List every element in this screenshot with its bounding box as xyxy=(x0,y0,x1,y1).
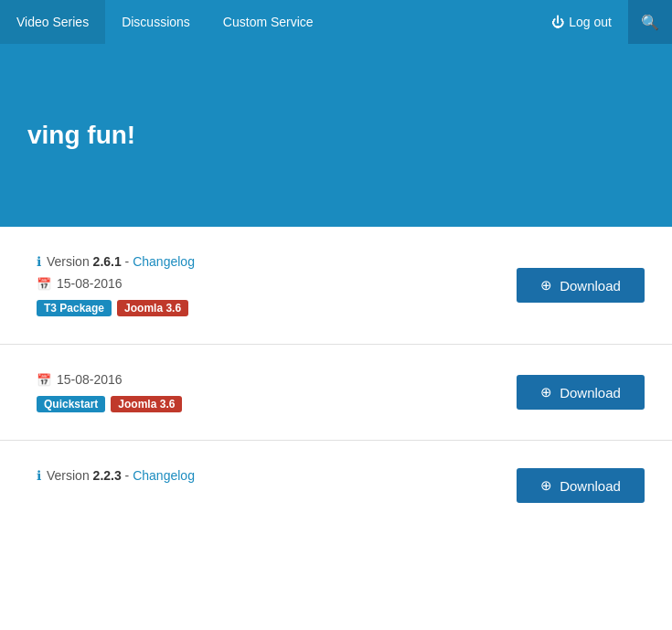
version-text-1: Version 2.6.1 - Changelog xyxy=(47,254,195,269)
calendar-icon-2: 📅 xyxy=(37,373,51,387)
download-label-2: Download xyxy=(560,385,621,400)
download-info-3: ℹ Version 2.2.3 - Changelog xyxy=(37,468,517,490)
hero-text: ving fun! xyxy=(27,121,135,150)
tag-t3-package: T3 Package xyxy=(37,300,112,316)
download-info-2: 📅 15-08-2016 Quickstart Joomla 3.6 xyxy=(37,372,517,412)
download-circle-icon-3: ⊕ xyxy=(540,477,552,494)
version-line-1: ℹ Version 2.6.1 - Changelog xyxy=(37,254,517,269)
tag-quickstart: Quickstart xyxy=(37,396,105,412)
download-info-1: ℹ Version 2.6.1 - Changelog 📅 15-08-2016… xyxy=(37,254,517,316)
tag-joomla-2: Joomla 3.6 xyxy=(111,396,182,412)
download-item-1: ℹ Version 2.6.1 - Changelog 📅 15-08-2016… xyxy=(0,227,672,345)
download-label-3: Download xyxy=(560,478,621,494)
nav-item-custom-service[interactable]: Custom Service xyxy=(207,0,330,44)
download-button-1[interactable]: ⊕ Download xyxy=(517,268,645,303)
download-item-3: ℹ Version 2.2.3 - Changelog ⊕ Download xyxy=(0,441,672,530)
navbar: Video Series Discussions Custom Service … xyxy=(0,0,672,44)
download-item-2: 📅 15-08-2016 Quickstart Joomla 3.6 ⊕ Dow… xyxy=(0,345,672,441)
download-circle-icon-2: ⊕ xyxy=(540,384,552,400)
search-icon: 🔍 xyxy=(641,14,659,31)
download-button-3[interactable]: ⊕ Download xyxy=(517,468,645,503)
download-circle-icon-1: ⊕ xyxy=(540,277,552,294)
logout-button[interactable]: ⏻ Log out xyxy=(535,0,628,44)
nav-item-discussions[interactable]: Discussions xyxy=(105,0,207,44)
version-text-3: Version 2.2.3 - Changelog xyxy=(47,468,195,483)
nav-links: Video Series Discussions Custom Service xyxy=(0,0,535,44)
date-text-2: 15-08-2016 xyxy=(57,372,123,387)
power-icon: ⏻ xyxy=(551,15,564,29)
download-button-2[interactable]: ⊕ Download xyxy=(517,375,645,410)
nav-actions: ⏻ Log out 🔍 xyxy=(535,0,672,44)
tags-2: Quickstart Joomla 3.6 xyxy=(37,396,517,412)
changelog-link-3[interactable]: Changelog xyxy=(133,468,195,483)
tags-1: T3 Package Joomla 3.6 xyxy=(37,300,517,316)
date-line-1: 📅 15-08-2016 xyxy=(37,276,517,291)
date-text-1: 15-08-2016 xyxy=(57,276,123,291)
date-line-2: 📅 15-08-2016 xyxy=(37,372,517,387)
tag-joomla-1: Joomla 3.6 xyxy=(117,300,188,316)
version-line-3: ℹ Version 2.2.3 - Changelog xyxy=(37,468,517,483)
info-icon-3: ℹ xyxy=(37,468,41,483)
download-label-1: Download xyxy=(560,278,621,294)
calendar-icon-1: 📅 xyxy=(37,277,51,291)
hero-banner: ving fun! xyxy=(0,44,672,227)
search-button[interactable]: 🔍 xyxy=(628,0,672,44)
nav-item-video-series[interactable]: Video Series xyxy=(0,0,105,44)
logout-label: Log out xyxy=(569,15,612,29)
info-icon-1: ℹ xyxy=(37,254,41,269)
changelog-link-1[interactable]: Changelog xyxy=(133,254,195,269)
downloads-content: ℹ Version 2.6.1 - Changelog 📅 15-08-2016… xyxy=(0,227,672,530)
